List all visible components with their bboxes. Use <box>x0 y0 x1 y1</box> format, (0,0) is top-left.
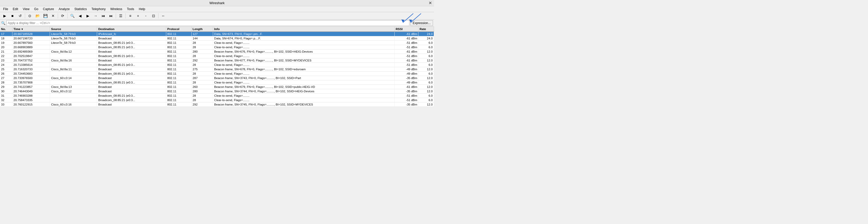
menu-item-statistics[interactable]: Statistics <box>72 7 89 11</box>
source-cell: Cisco_8d:8a:13 <box>50 85 97 89</box>
open-file-button[interactable]: 📂 <box>34 13 41 19</box>
last-packet-button[interactable]: ⏭ <box>107 13 115 19</box>
time-cell: 20.746903288 <box>12 93 50 98</box>
info-cell: Beacon frame, SN=3745, FN=0, Flags=.....… <box>213 103 395 107</box>
length-cell: 280 <box>191 89 213 93</box>
zoom-out-button[interactable]: - <box>142 13 149 19</box>
col-info-header[interactable]: Info <box>213 27 395 32</box>
rate-cell: 12.0 <box>418 76 434 80</box>
rate-cell: 24.0 <box>418 36 434 41</box>
protocol-cell: 802.11 <box>166 41 192 45</box>
rate-cell: 6.0 <box>418 45 434 50</box>
col-no-header[interactable]: No. <box>0 27 12 32</box>
menu-item-wireless[interactable]: Wireless <box>108 7 124 11</box>
expression-button[interactable]: Expression... <box>410 20 433 26</box>
col-protocol-header[interactable]: Protocol <box>166 27 192 32</box>
colorize-rules-button[interactable]: ☰ <box>117 13 124 19</box>
info-cell: Beacon frame, SN=3743, FN=0, Flags=.....… <box>213 76 395 80</box>
table-row[interactable]: 2320.704737752Cisco_8d:8a:16Broadcast802… <box>0 58 434 63</box>
menu-item-view[interactable]: View <box>21 7 32 11</box>
menu-item-go[interactable]: Go <box>32 7 40 11</box>
table-row[interactable]: 2820.735707908Broadcom_08:85:21 (e0:3...… <box>0 80 434 85</box>
table-header: No.Time▼SourceDestinationProtocolLengthI… <box>0 27 434 32</box>
col-dest-header[interactable]: Destination <box>97 27 166 32</box>
rate-cell: 12.0 <box>418 50 434 54</box>
no-cell: 26 <box>0 72 12 76</box>
restart-capture-button[interactable]: ↺ <box>17 13 24 19</box>
close-button[interactable]: ✕ <box>429 1 432 5</box>
find-packet-button[interactable]: 🔍 <box>69 13 76 19</box>
menu-item-telephony[interactable]: Telephony <box>89 7 108 11</box>
rssi-cell: -49 dBm <box>395 67 418 72</box>
table-row[interactable]: 1820.667198720LiteonTe_58:79:b3Broadcast… <box>0 36 434 41</box>
table-row[interactable]: 2420.713385614Broadcom_08:85:21 (e0:3...… <box>0 63 434 67</box>
length-cell: 28 <box>191 98 213 103</box>
zoom-reset-button[interactable]: ⊡ <box>150 13 157 19</box>
rssi-cell: -61 dBm <box>395 58 418 63</box>
table-row[interactable]: 3220.758473335Broadcom_08:85:21 (e0:3...… <box>0 98 434 103</box>
resize-columns-button[interactable]: ↔ <box>159 13 167 19</box>
destination-cell: Broadcom_08:85:21 (e0:3... <box>97 72 166 76</box>
table-row[interactable]: 2120.692489369Cisco_8d:8a:12Broadcast802… <box>0 50 434 54</box>
close-file-button[interactable]: ✕ <box>50 13 57 19</box>
go-back-button[interactable]: ◀ <box>76 13 84 19</box>
destination-cell: Broadcast <box>97 67 166 72</box>
rssi-cell: -51 dBm <box>395 45 418 50</box>
menu-item-file[interactable]: File <box>1 7 10 11</box>
source-cell <box>50 45 97 50</box>
length-cell: 28 <box>191 80 213 85</box>
start-capture-button[interactable]: ▶ <box>1 13 8 19</box>
table-row[interactable]: 3120.746903288Broadcom_08:85:21 (e0:3...… <box>0 93 434 98</box>
info-cell: Beacon frame, SN=679, FN=0, Flags=......… <box>213 85 395 89</box>
table-body: 1720.667185528LiteonTe_58:79:b3IPv4mcast… <box>0 32 434 107</box>
table-row[interactable]: 1920.667897560LiteonTe_58:79:b3Broadcom_… <box>0 41 434 45</box>
col-time-header[interactable]: Time▼ <box>12 27 50 32</box>
menu-item-analyze[interactable]: Analyze <box>57 7 72 11</box>
stop-capture-button[interactable]: ■ <box>9 13 16 19</box>
menu-item-help[interactable]: Help <box>137 7 147 11</box>
first-packet-button[interactable]: ⏮ <box>100 13 107 19</box>
rate-cell: 12.0 <box>418 103 434 107</box>
go-forward-button[interactable]: ▶ <box>84 13 91 19</box>
length-cell: 28 <box>191 45 213 50</box>
table-row[interactable]: 3320.760122915Cisco_60:c3:16Broadcast802… <box>0 103 434 107</box>
zoom-in-button[interactable]: + <box>134 13 142 19</box>
table-row[interactable]: 1720.667185528LiteonTe_58:79:b3IPv4mcast… <box>0 32 434 36</box>
no-cell: 30 <box>0 89 12 93</box>
menu-item-capture[interactable]: Capture <box>41 7 56 11</box>
no-cell: 25 <box>0 67 12 72</box>
reload-button[interactable]: ⟳ <box>59 13 66 19</box>
time-cell: 20.735707908 <box>12 80 50 85</box>
length-cell: 275 <box>191 67 213 72</box>
source-cell: LiteonTe_58:79:b3 <box>50 32 97 36</box>
table-row[interactable]: 2620.724453683Broadcom_08:85:21 (e0:3...… <box>0 72 434 76</box>
table-row[interactable]: 2720.733976500Cisco_60:c3:14Broadcast802… <box>0 76 434 80</box>
filter-input[interactable] <box>6 20 409 26</box>
info-cell: Clear-to-send, Flags=........ <box>213 72 395 76</box>
table-row[interactable]: 2920.741223857Cisco_8d:8a:13Broadcast802… <box>0 85 434 89</box>
info-cell: Clear-to-send, Flags=........ <box>213 54 395 58</box>
col-source-header[interactable]: Source <box>50 27 97 32</box>
title-bar: Wireshark ✕ <box>0 0 434 6</box>
menu-item-edit[interactable]: Edit <box>11 7 20 11</box>
col-length-header[interactable]: Length <box>191 27 213 32</box>
goto-packet-button[interactable]: → <box>92 13 99 19</box>
info-cell: Clear-to-send, Flags=........ <box>213 80 395 85</box>
table-row[interactable]: 3020.746443049Cisco_60:c3:12Broadcast802… <box>0 89 434 93</box>
rate-cell: 6.0 <box>418 98 434 103</box>
autoscroll-button[interactable]: ≡ <box>127 13 134 19</box>
col-rssi-header[interactable]: RSSI <box>395 27 418 32</box>
time-cell: 20.733976500 <box>12 76 50 80</box>
no-cell: 32 <box>0 98 12 103</box>
save-file-button[interactable]: 💾 <box>42 13 49 19</box>
protocol-cell: 802.11 <box>166 76 192 80</box>
source-cell <box>50 72 97 76</box>
menu-item-tools[interactable]: Tools <box>125 7 136 11</box>
table-row[interactable]: 2020.668903889Broadcom_08:85:21 (e0:3...… <box>0 45 434 50</box>
rssi-cell: -61 dBm <box>395 32 418 36</box>
table-row[interactable]: 2520.716320733Cisco_8d:8a:11Broadcast802… <box>0 67 434 72</box>
packet-table-container[interactable]: No.Time▼SourceDestinationProtocolLengthI… <box>0 27 434 220</box>
table-row[interactable]: 2220.702519847Broadcom_08:85:21 (e0:3...… <box>0 54 434 58</box>
options-button[interactable]: ⊙ <box>26 13 33 19</box>
col-rate-header[interactable]: Rate <box>418 27 434 32</box>
